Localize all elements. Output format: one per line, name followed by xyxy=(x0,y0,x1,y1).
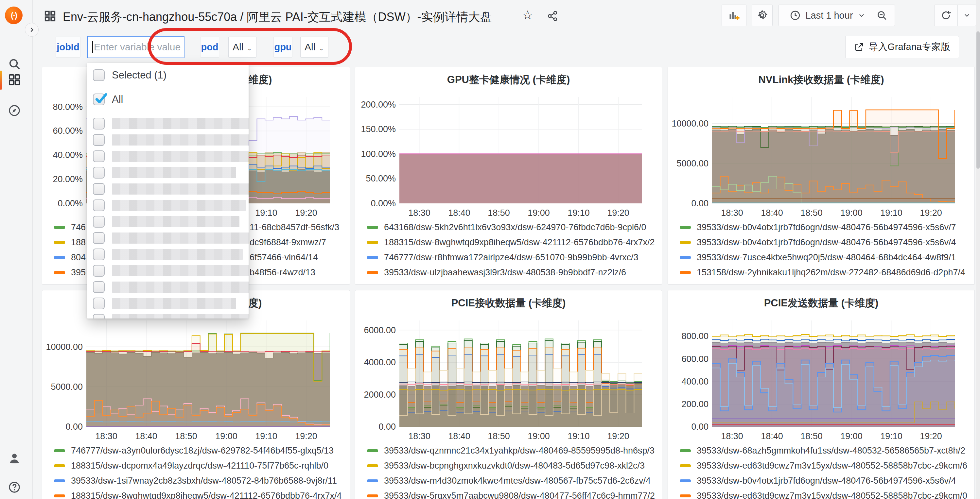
legend-item[interactable]: 153158/dsw-2yhnikaku1ljhq262m/dsw-272482… xyxy=(680,266,965,279)
legend-item[interactable]: 746777/dsw-a3yn0ulor6dysc18zj/dsw-629782… xyxy=(54,444,334,457)
legend-label: 804 xyxy=(71,253,86,262)
checkbox-checked-icon[interactable] xyxy=(93,94,105,105)
x-axis-tick: 19:10 xyxy=(561,431,597,442)
chart-canvas[interactable] xyxy=(712,97,955,203)
gpu-value: All xyxy=(304,41,315,52)
page-title[interactable]: Env-云服务-cn-hangzhou-55c70a / 阿里云 PAI-交互式… xyxy=(63,9,492,25)
legend-item[interactable]: 39533/dsw-b0v4otx1jrb7fd6ogn/dsw-480476-… xyxy=(680,221,956,234)
dropdown-option-redacted[interactable] xyxy=(93,215,239,229)
share-icon[interactable] xyxy=(547,11,558,22)
refresh-button[interactable] xyxy=(934,5,958,26)
checkbox-icon[interactable] xyxy=(93,118,105,129)
legend-item[interactable]: 188 xyxy=(54,236,86,249)
checkbox-icon[interactable] xyxy=(93,134,105,146)
zoom-out-button[interactable] xyxy=(873,5,891,26)
legend-item[interactable]: 188315/dsw-8wghwtqd9xp8iheqw5/dsw-421112… xyxy=(367,236,655,249)
legend-label: 643168/dsw-5kh2v6ht1lx6v3o93x/dsw-624970… xyxy=(384,222,646,232)
variable-value-input[interactable]: Enter variable value xyxy=(87,36,185,58)
legend-item[interactable]: 39533/dsw-ed63td9cwz7m3v15yx/dsw-480552-… xyxy=(680,489,967,499)
x-axis-tick: 18:40 xyxy=(128,431,164,442)
x-axis-tick: 19:10 xyxy=(248,431,284,442)
chart-canvas[interactable] xyxy=(86,321,330,427)
legend-item[interactable]: 188315/dsw-dcpomx4a49layzdrqc/dsw-421110… xyxy=(54,459,328,472)
checkbox-icon[interactable] xyxy=(93,183,105,195)
dropdown-option-redacted[interactable] xyxy=(93,149,248,164)
legend-item[interactable]: 39533/dsw-m4d30zmok4kwe4mtes/dsw-480567-… xyxy=(367,474,651,487)
panel-title[interactable]: 度) xyxy=(248,296,262,310)
time-picker: Last 1 hour xyxy=(778,5,895,26)
legend-item[interactable]: 39533/dsw-ulzjbaahewasj3l9r3/dsw-480538-… xyxy=(367,266,626,279)
dropdown-option-redacted[interactable] xyxy=(93,116,248,131)
checkbox-icon[interactable] xyxy=(93,167,105,178)
legend-item[interactable]: 157672/dsw-26bubi0kebldjve2u6/dsw-467947… xyxy=(680,281,954,284)
legend-label: 39533/dsw-68azh5gmmkoh4fu1ss/dsw-480532-… xyxy=(697,446,965,456)
dashboards-icon[interactable] xyxy=(8,73,21,86)
star-icon[interactable]: ☆ xyxy=(522,8,533,22)
time-range-button[interactable]: Last 1 hour xyxy=(783,5,872,26)
checkbox-icon[interactable] xyxy=(93,69,105,81)
checkbox-icon[interactable] xyxy=(93,216,105,227)
chart-canvas[interactable] xyxy=(399,97,642,203)
refresh-interval-dropdown[interactable] xyxy=(958,5,976,26)
dropdown-option-redacted[interactable] xyxy=(93,133,248,147)
dropdown-option-redacted[interactable] xyxy=(93,296,236,311)
dropdown-option-all[interactable]: All xyxy=(93,92,123,106)
legend-item[interactable]: 39533/dsw-qznmnc21c34x1yahkp/dsw-480469-… xyxy=(367,444,654,457)
panel-title[interactable]: 维度) xyxy=(248,73,272,87)
checkbox-icon[interactable] xyxy=(93,281,105,293)
legend-item[interactable]: 39533/dsw-b0v4otx1jrb7fd6ogn/dsw-480476-… xyxy=(680,474,956,487)
checkbox-icon[interactable] xyxy=(93,199,105,211)
help-icon[interactable] xyxy=(8,481,21,494)
search-icon[interactable] xyxy=(8,57,21,71)
dropdown-option-redacted[interactable] xyxy=(93,182,248,196)
legend-item[interactable]: 746777/dsw-r8hfmwa172airlpze4/dsw-651070… xyxy=(367,251,638,264)
checkbox-icon[interactable] xyxy=(93,248,105,260)
legend-item[interactable]: 188315/dsw-8wghwtqd9xp8iheqw5/dsw-421112… xyxy=(54,489,342,499)
settings-gear-button[interactable] xyxy=(752,5,773,26)
dropdown-option-redacted[interactable] xyxy=(93,165,236,180)
y-axis-tick: 20.00% xyxy=(44,174,83,184)
dropdown-selected-header[interactable]: Selected (1) xyxy=(93,68,167,83)
panel-title[interactable]: GPU整卡健康情况 (卡维度) xyxy=(355,73,662,87)
scrollbar-thumb[interactable] xyxy=(977,32,980,169)
import-grafana-button[interactable]: 导入Grafana专家版 xyxy=(845,36,959,58)
dropdown-option-redacted[interactable] xyxy=(93,264,248,278)
checkbox-icon[interactable] xyxy=(93,297,105,309)
user-profile-icon[interactable] xyxy=(8,452,21,465)
dropdown-option-redacted[interactable] xyxy=(93,198,246,213)
dropdown-option-redacted[interactable] xyxy=(93,280,248,294)
checkbox-icon[interactable] xyxy=(93,265,105,277)
legend-item[interactable]: 39533/dsw-bcpnghgxnxkuzvkdt0/dsw-480483-… xyxy=(367,459,645,472)
legend-item[interactable]: 39533/dsw-5rqxy5m7aabcwu9808/dsw-480477-… xyxy=(367,489,655,499)
explore-compass-icon[interactable] xyxy=(8,104,21,117)
chart-canvas[interactable] xyxy=(712,321,955,427)
app-logo-icon[interactable]: (-) xyxy=(5,6,22,24)
variable-dropdown-pod[interactable]: All⌄ xyxy=(228,37,256,57)
dropdown-option-redacted[interactable] xyxy=(93,313,248,318)
panel-title[interactable]: NVLink接收数据量 (卡维度) xyxy=(668,73,974,87)
legend-item[interactable]: 39533/dsw-7usce4ktxe5hwq20j5/dsw-480464-… xyxy=(680,251,956,264)
legend-item[interactable]: 804 xyxy=(54,251,86,264)
panel-title[interactable]: PCIE接收数据量 (卡维度) xyxy=(355,296,662,310)
legend-item[interactable]: 188315/dsw-npmpwmkm7ynxeykrw/dsw-421010-… xyxy=(367,281,656,284)
legend-item[interactable]: 746 xyxy=(54,221,86,234)
legend-item[interactable]: 15 xyxy=(54,281,81,284)
legend-label-fragment: dc9f6884f-9xmwz/7 xyxy=(250,237,326,248)
checkbox-icon[interactable] xyxy=(93,314,105,318)
checkbox-icon[interactable] xyxy=(93,150,105,162)
panel-title[interactable]: PCIE发送数据量 (卡维度) xyxy=(668,296,974,310)
legend-item[interactable]: 39533/dsw-b0v4otx1jrb7fd6ogn/dsw-480476-… xyxy=(680,236,956,249)
dropdown-option-redacted[interactable] xyxy=(93,247,243,262)
sidebar-expand-button[interactable] xyxy=(25,23,38,37)
chart-canvas[interactable] xyxy=(399,321,642,427)
legend-item[interactable]: 39533/dsw-1si7wnay2cb8z3sbxh/dsw-480572-… xyxy=(54,474,337,487)
add-panel-button[interactable] xyxy=(722,5,746,26)
legend-item[interactable]: 643168/dsw-5kh2v6ht1lx6v3o93x/dsw-624970… xyxy=(367,221,646,234)
page-scrollbar[interactable] xyxy=(976,0,980,499)
variable-dropdown-gpu[interactable]: All⌄ xyxy=(300,37,328,57)
dropdown-option-redacted[interactable] xyxy=(93,231,248,245)
legend-item[interactable]: 39533/dsw-ed63td9cwz7m3v15yx/dsw-480552-… xyxy=(680,459,967,472)
checkbox-icon[interactable] xyxy=(93,232,105,244)
legend-item[interactable]: 395 xyxy=(54,266,86,279)
legend-item[interactable]: 39533/dsw-68azh5gmmkoh4fu1ss/dsw-480532-… xyxy=(680,444,965,457)
